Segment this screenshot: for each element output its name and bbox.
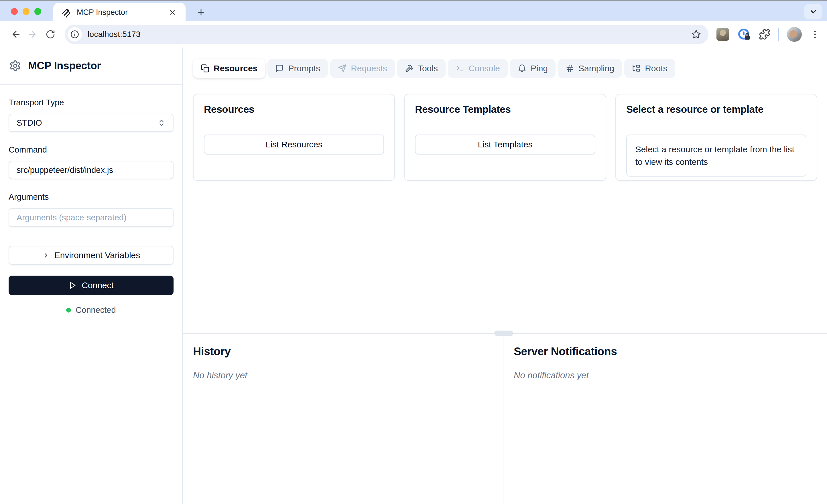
connect-button[interactable]: Connect: [9, 275, 174, 295]
toolbar-divider: [778, 28, 779, 41]
top-pane: Resources Prompts Requests Tools Console: [183, 48, 827, 333]
list-templates-button[interactable]: List Templates: [415, 135, 595, 155]
window-minimize-button[interactable]: [22, 8, 30, 15]
browser-tab-bar: MCP Inspector: [0, 0, 827, 21]
back-button[interactable]: [8, 26, 24, 42]
tab-label: Tools: [418, 63, 438, 73]
cards-row: Resources List Resources Resource Templa…: [193, 94, 817, 181]
message-square-icon: [275, 64, 284, 73]
command-label: Command: [9, 145, 174, 155]
server-notifications-title: Server Notifications: [514, 345, 817, 358]
resource-preview-message: Select a resource or template from the l…: [626, 135, 807, 177]
notifications-empty-text: No notifications yet: [514, 370, 817, 381]
extension-avatar-icon[interactable]: [717, 28, 729, 41]
window-close-button[interactable]: [11, 8, 18, 15]
tab-search-chevron-button[interactable]: [804, 4, 822, 19]
url-bar[interactable]: localhost:5173: [65, 24, 709, 44]
play-icon: [68, 281, 77, 289]
toolbar-extensions-area: [717, 27, 820, 42]
mcp-logo-icon: [61, 7, 71, 17]
resource-preview-card: Select a resource or template Select a r…: [615, 94, 817, 181]
transport-type-select[interactable]: STDIO: [9, 114, 174, 132]
browser-tab[interactable]: MCP Inspector: [53, 3, 186, 22]
tab-label: Sampling: [578, 63, 614, 73]
transport-type-value: STDIO: [16, 118, 42, 128]
tab-tools[interactable]: Tools: [397, 59, 446, 78]
tab-close-icon[interactable]: [167, 7, 178, 18]
environment-variables-button[interactable]: Environment Variables: [9, 246, 174, 265]
tab-roots[interactable]: Roots: [624, 59, 675, 78]
files-icon: [201, 64, 209, 73]
main-content: Resources Prompts Requests Tools Console: [183, 48, 827, 504]
reload-button[interactable]: [42, 26, 58, 42]
horizontal-pane-divider: [183, 333, 827, 334]
profile-avatar[interactable]: [787, 27, 802, 42]
connection-status: Connected: [9, 305, 174, 315]
tab-console[interactable]: Console: [448, 59, 508, 78]
resources-card: Resources List Resources: [193, 94, 395, 181]
arguments-input[interactable]: [9, 208, 174, 227]
chevrons-up-down-icon: [157, 119, 165, 127]
tab-resources[interactable]: Resources: [193, 59, 265, 78]
chevron-right-icon: [42, 252, 50, 259]
tab-ping[interactable]: Ping: [510, 59, 555, 78]
history-pane: History No history yet: [183, 334, 503, 504]
sidebar-header: MCP Inspector: [0, 48, 182, 85]
url-text: localhost:5173: [88, 30, 691, 39]
password-manager-icon[interactable]: [737, 28, 751, 41]
hash-icon: [566, 64, 574, 73]
window-controls: [11, 8, 41, 15]
tab-label: Roots: [645, 63, 667, 73]
app-title: MCP Inspector: [28, 60, 101, 72]
tab-title: MCP Inspector: [77, 8, 167, 17]
tabs-list: Resources Prompts Requests Tools Console: [193, 59, 817, 78]
bookmark-star-icon[interactable]: [691, 30, 701, 39]
bell-icon: [518, 64, 526, 73]
browser-menu-icon[interactable]: [810, 29, 820, 40]
hammer-icon: [405, 64, 414, 73]
arguments-label: Arguments: [9, 192, 174, 202]
tab-label: Prompts: [288, 63, 320, 73]
history-empty-text: No history yet: [193, 370, 492, 381]
forward-button[interactable]: [24, 26, 40, 42]
pane-resize-handle[interactable]: [494, 331, 513, 336]
tab-label: Console: [469, 63, 500, 73]
environment-variables-label: Environment Variables: [54, 250, 140, 260]
server-notifications-pane: Server Notifications No notifications ye…: [503, 334, 827, 504]
browser-toolbar: localhost:5173: [0, 21, 827, 48]
command-input[interactable]: [9, 161, 174, 179]
tab-label: Ping: [531, 63, 548, 73]
bottom-pane: History No history yet Server Notificati…: [183, 334, 827, 504]
tab-label: Requests: [351, 63, 387, 73]
sidebar: MCP Inspector Transport Type STDIO Comma…: [0, 48, 183, 504]
connect-label: Connect: [82, 281, 114, 290]
list-resources-button[interactable]: List Resources: [204, 135, 384, 155]
status-text: Connected: [76, 305, 116, 315]
send-icon: [338, 64, 346, 73]
tab-sampling[interactable]: Sampling: [558, 59, 622, 78]
terminal-icon: [455, 64, 464, 73]
status-dot-icon: [66, 308, 71, 312]
extensions-puzzle-icon[interactable]: [759, 29, 770, 40]
tab-requests[interactable]: Requests: [330, 59, 395, 78]
resource-templates-card: Resource Templates List Templates: [404, 94, 606, 181]
folder-tree-icon: [632, 64, 641, 73]
new-tab-button[interactable]: [193, 5, 209, 20]
tab-label: Resources: [213, 63, 257, 73]
history-title: History: [193, 345, 492, 358]
resource-preview-card-title: Select a resource or template: [626, 104, 764, 115]
transport-type-label: Transport Type: [9, 98, 174, 107]
gear-icon: [9, 60, 21, 72]
resources-card-title: Resources: [204, 104, 254, 115]
tab-prompts[interactable]: Prompts: [267, 59, 328, 78]
window-zoom-button[interactable]: [34, 8, 41, 15]
site-info-icon[interactable]: [67, 27, 82, 42]
resource-templates-card-title: Resource Templates: [415, 104, 510, 115]
